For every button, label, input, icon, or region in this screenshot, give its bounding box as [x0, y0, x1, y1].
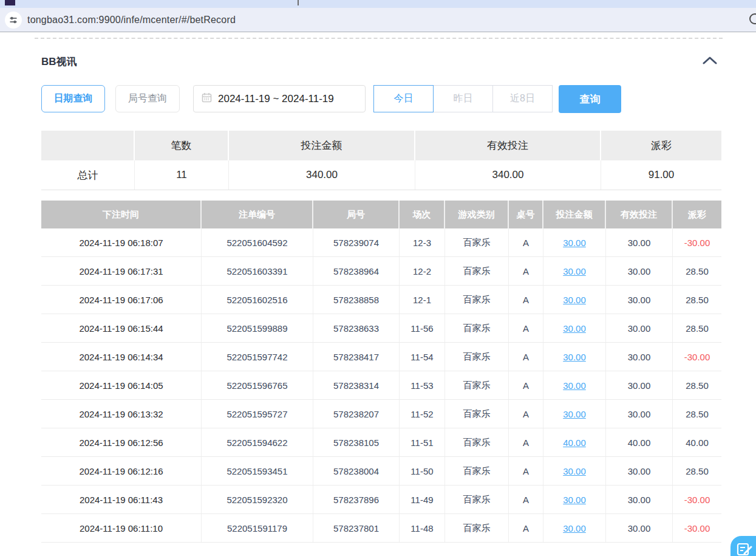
bet-amount-link[interactable]: 30.00	[543, 514, 606, 542]
bet-id-cell: 522051597742	[202, 343, 313, 371]
round-no-cell: 578238964	[313, 257, 400, 285]
bet-amount-link[interactable]: 30.00	[543, 457, 606, 485]
valid-bet-cell: 30.00	[606, 486, 673, 513]
dashed-divider	[35, 38, 723, 39]
payout-cell: -30.00	[673, 343, 721, 371]
bet-amount-link[interactable]: 30.00	[543, 371, 606, 399]
column-header-bet-amount: 投注金额	[543, 201, 606, 228]
summary-value-cell: 340.00	[415, 160, 601, 190]
bet-record-table: 下注时间注单编号局号场次游戏类别桌号投注金额有效投注派彩 2024-11-19 …	[41, 201, 721, 543]
table-row: 2024-11-19 06:17:06522051602516578238858…	[41, 286, 721, 314]
bet-amount-link[interactable]: 30.00	[543, 314, 606, 342]
bet-id-cell: 522051591179	[202, 514, 313, 542]
summary-header-cell	[41, 131, 135, 160]
summary-value-cell: 91.00	[601, 160, 721, 190]
valid-bet-cell: 40.00	[606, 428, 673, 456]
summary-header-cell: 投注金额	[229, 131, 415, 160]
game-type-cell: 百家乐	[445, 428, 509, 456]
bet-amount-link[interactable]: 30.00	[543, 400, 606, 428]
column-header-round-no: 局号	[313, 201, 400, 228]
column-header-payout: 派彩	[673, 201, 721, 228]
table-no-cell: A	[509, 514, 543, 542]
quick-range-option[interactable]: 昨日	[433, 85, 493, 112]
game-type-cell: 百家乐	[445, 514, 509, 542]
table-row: 2024-11-19 06:13:32522051595727578238207…	[41, 400, 721, 428]
round-no-cell: 578238105	[313, 428, 400, 456]
bet-time-cell: 2024-11-19 06:12:56	[41, 428, 202, 456]
valid-bet-cell: 30.00	[606, 286, 673, 314]
bet-amount-link[interactable]: 30.00	[543, 257, 606, 285]
tab-separator	[298, 0, 299, 5]
bet-id-cell: 522051592320	[202, 486, 313, 513]
table-row: 2024-11-19 06:15:44522051599889578238633…	[41, 314, 721, 343]
column-header-table-no: 桌号	[509, 201, 543, 228]
game-type-cell: 百家乐	[445, 400, 509, 428]
table-no-cell: A	[509, 228, 543, 256]
quick-range-group: 今日昨日近8日	[373, 85, 553, 112]
table-row: 2024-11-19 06:11:43522051592320578237896…	[41, 486, 721, 514]
column-header-bet-id: 注单编号	[202, 201, 313, 228]
bet-amount-link[interactable]: 30.00	[543, 228, 606, 256]
date-query-button[interactable]: 日期查询	[41, 85, 105, 112]
address-bar-right-icon[interactable]	[749, 13, 756, 24]
url-text[interactable]: tongbao31.com:9900/infe/mcenter/#/betRec…	[27, 15, 236, 26]
bet-amount-link[interactable]: 40.00	[543, 428, 606, 456]
bet-id-cell: 522051596765	[202, 371, 313, 399]
bet-time-cell: 2024-11-19 06:18:07	[41, 228, 202, 256]
session-cell: 11-50	[400, 457, 445, 485]
bet-id-cell: 522051599889	[202, 314, 313, 342]
round-no-cell: 578238207	[313, 400, 400, 428]
round-no-cell: 578239074	[313, 228, 400, 256]
game-type-cell: 百家乐	[445, 343, 509, 371]
game-type-cell: 百家乐	[445, 486, 509, 513]
page-title: BB视讯	[41, 55, 77, 69]
game-type-cell: 百家乐	[445, 228, 509, 256]
summary-total-row: 总计11340.00340.0091.00	[41, 160, 721, 190]
bet-amount-link[interactable]: 30.00	[543, 343, 606, 371]
session-cell: 12-3	[400, 228, 445, 256]
bet-amount-link[interactable]: 30.00	[543, 286, 606, 314]
session-cell: 12-1	[400, 286, 445, 314]
feedback-widget[interactable]	[730, 536, 756, 556]
table-no-cell: A	[509, 457, 543, 485]
game-type-cell: 百家乐	[445, 286, 509, 314]
game-type-cell: 百家乐	[445, 314, 509, 342]
session-cell: 11-52	[400, 400, 445, 428]
round-query-button[interactable]: 局号查询	[115, 85, 180, 112]
round-no-cell: 578238417	[313, 343, 400, 371]
round-no-cell: 578238858	[313, 286, 400, 314]
payout-cell: -30.00	[673, 486, 721, 513]
column-header-game-type: 游戏类别	[445, 201, 509, 228]
session-cell: 12-2	[400, 257, 445, 285]
bet-record-page: tongbao31.com:9900/infe/mcenter/#/betRec…	[0, 0, 756, 556]
bet-id-cell: 522051604592	[202, 228, 313, 256]
table-no-cell: A	[509, 371, 543, 399]
payout-cell: -30.00	[673, 514, 721, 542]
valid-bet-cell: 30.00	[606, 228, 673, 256]
payout-cell: 28.50	[673, 257, 721, 285]
collapse-button[interactable]	[700, 53, 720, 69]
summary-header-cell: 笔数	[135, 131, 229, 160]
search-button[interactable]: 查询	[559, 85, 621, 113]
payout-cell: 28.50	[673, 314, 721, 342]
bet-amount-link[interactable]: 30.00	[543, 486, 606, 513]
quick-range-option[interactable]: 近8日	[492, 85, 553, 112]
bet-time-cell: 2024-11-19 06:15:44	[41, 314, 202, 342]
game-type-cell: 百家乐	[445, 457, 509, 485]
table-no-cell: A	[509, 486, 543, 513]
date-range-value: 2024-11-19 ~ 2024-11-19	[218, 93, 334, 105]
quick-range-today-active[interactable]: 今日	[373, 85, 434, 112]
session-cell: 11-51	[400, 428, 445, 456]
game-type-cell: 百家乐	[445, 257, 509, 285]
filter-bar: 日期查询 局号查询 2024-11-19 ~ 2024-11-19 今日昨日近8…	[41, 85, 721, 112]
site-settings-icon[interactable]	[5, 12, 22, 29]
address-bar[interactable]: tongbao31.com:9900/infe/mcenter/#/betRec…	[0, 8, 756, 32]
session-cell: 11-49	[400, 486, 445, 513]
column-header-session: 场次	[400, 201, 445, 228]
bet-time-cell: 2024-11-19 06:14:05	[41, 371, 202, 399]
bet-id-cell: 522051594622	[202, 428, 313, 456]
summary-value-cell: 11	[135, 160, 229, 190]
date-range-picker[interactable]: 2024-11-19 ~ 2024-11-19	[193, 85, 366, 112]
session-cell: 11-53	[400, 371, 445, 399]
table-row: 2024-11-19 06:12:16522051593451578238004…	[41, 457, 721, 486]
